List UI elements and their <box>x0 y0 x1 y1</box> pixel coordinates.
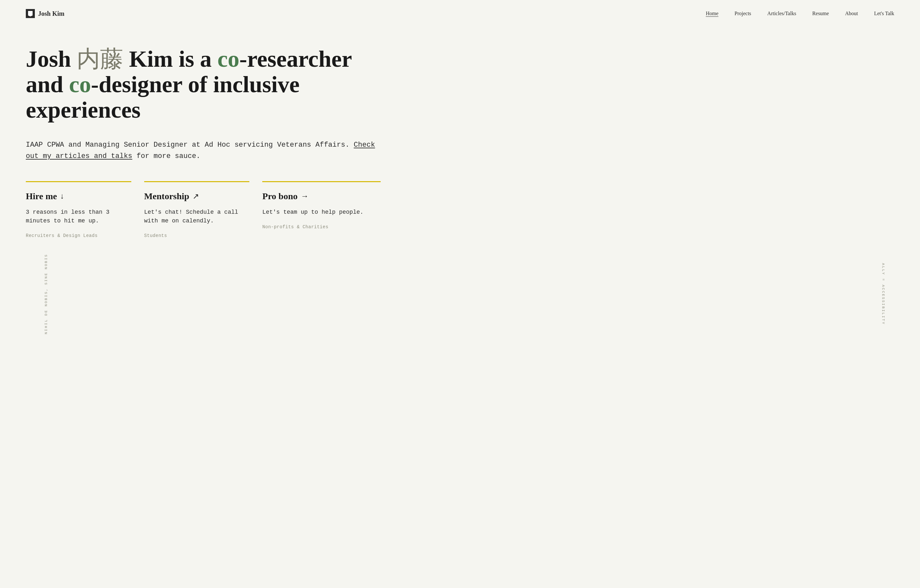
hero-heading-part2: Kim is a <box>123 46 217 72</box>
card-mentorship-body: Let's chat! Schedule a call with me on c… <box>144 208 250 225</box>
nav-item-articles[interactable]: Articles/Talks <box>768 11 797 16</box>
card-pro-bono[interactable]: Pro bono → Let's team up to help people.… <box>262 181 381 238</box>
nav-link-about[interactable]: About <box>845 11 858 16</box>
card-divider-hire-me <box>26 181 131 182</box>
hero-description-text: IAAP CPWA and Managing Senior Designer a… <box>26 141 354 149</box>
card-pro-bono-body: Let's team up to help people. <box>262 208 381 216</box>
nav-links: Home Projects Articles/Talks Resume Abou… <box>706 11 894 16</box>
card-title-pro-bono: Pro bono → <box>262 191 381 202</box>
nav-item-about[interactable]: About <box>845 11 858 16</box>
hero-heading-kanji: 内藤 <box>77 46 123 72</box>
card-divider-pro-bono <box>262 181 381 182</box>
logo-link[interactable]: Josh Kim <box>26 9 65 18</box>
card-hire-me-tag: Recruiters & Design Leads <box>26 233 131 238</box>
hero-co2: co <box>69 71 91 97</box>
navigation: Josh Kim Home Projects Articles/Talks Re… <box>0 0 920 27</box>
card-pro-bono-label: Pro bono <box>262 191 297 202</box>
card-mentorship[interactable]: Mentorship ↗ Let's chat! Schedule a call… <box>144 181 262 238</box>
card-mentorship-tag: Students <box>144 233 250 238</box>
hero-heading: Josh 内藤 Kim is a co-researcher and co-de… <box>26 47 381 123</box>
side-text-left: NIHIL DE NOBIS, SINE NOBIS <box>44 254 48 334</box>
hero-heading-part1: Josh <box>26 46 77 72</box>
cards-section: Hire me ↓ 3 reasons in less than 3 minut… <box>26 181 381 238</box>
hero-co1: co <box>217 46 239 72</box>
hero-description: IAAP CPWA and Managing Senior Designer a… <box>26 139 381 162</box>
card-mentorship-label: Mentorship <box>144 191 190 202</box>
card-mentorship-arrow: ↗ <box>193 192 199 201</box>
card-hire-me-body: 3 reasons in less than 3 minutes to hit … <box>26 208 131 225</box>
nav-link-articles[interactable]: Articles/Talks <box>768 11 797 16</box>
card-hire-me-label: Hire me <box>26 191 57 202</box>
hero-description-suffix: for more sauce. <box>132 152 200 160</box>
card-pro-bono-tag: Non-profits & Charities <box>262 225 381 229</box>
card-hire-me[interactable]: Hire me ↓ 3 reasons in less than 3 minut… <box>26 181 144 238</box>
hero-heading-line3: experiences <box>26 97 141 123</box>
nav-link-resume[interactable]: Resume <box>812 11 829 16</box>
nav-link-lets-talk[interactable]: Let's Talk <box>874 11 894 16</box>
card-pro-bono-arrow: → <box>301 192 309 200</box>
nav-item-home[interactable]: Home <box>706 11 718 16</box>
main-content: Josh 内藤 Kim is a co-researcher and co-de… <box>0 27 920 264</box>
hero-heading-part3: -researcher <box>239 46 352 72</box>
nav-item-projects[interactable]: Projects <box>735 11 751 16</box>
hero-heading-line2-start: and <box>26 71 69 97</box>
card-title-mentorship: Mentorship ↗ <box>144 191 250 202</box>
nav-link-projects[interactable]: Projects <box>735 11 751 16</box>
nav-link-home[interactable]: Home <box>706 11 718 16</box>
card-title-hire-me: Hire me ↓ <box>26 191 131 202</box>
card-divider-mentorship <box>144 181 250 182</box>
hero-heading-part4: -designer of inclusive <box>91 71 300 97</box>
logo-text: Josh Kim <box>38 10 65 18</box>
nav-item-lets-talk[interactable]: Let's Talk <box>874 11 894 16</box>
nav-item-resume[interactable]: Resume <box>812 11 829 16</box>
logo-icon <box>26 9 35 18</box>
card-hire-me-arrow: ↓ <box>60 192 64 200</box>
side-text-right: ALLY = ACCESSIBILITY <box>881 263 885 325</box>
